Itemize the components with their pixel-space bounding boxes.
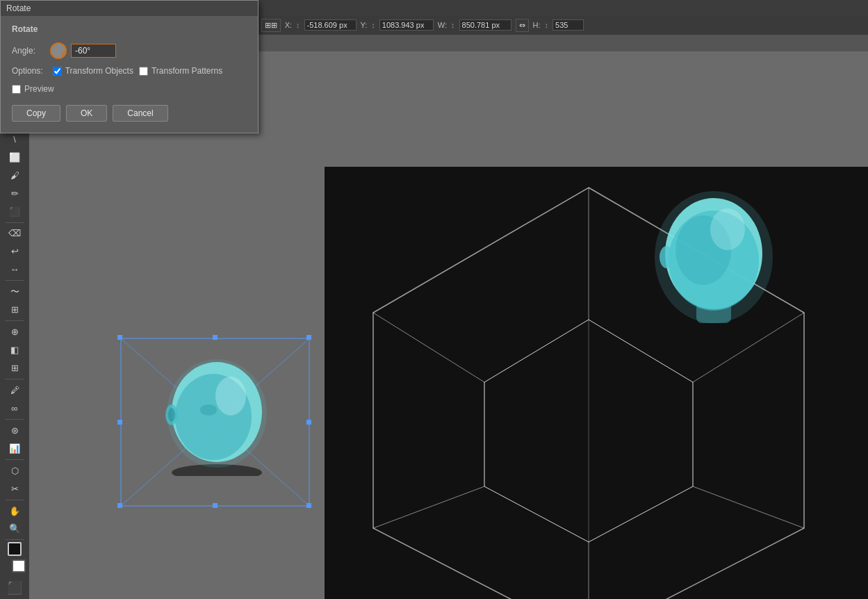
tool-separator-5 (5, 379, 24, 379)
preview-row: Preview (12, 84, 247, 94)
h-label: H: (533, 21, 541, 29)
transform-patterns-checkbox[interactable] (139, 67, 148, 76)
tool-separator-6 (5, 419, 24, 420)
svg-rect-30 (213, 503, 218, 508)
preview-label: Preview (24, 84, 54, 94)
tool-separator-9 (5, 539, 24, 540)
change-mode-btn[interactable]: ⬛ (6, 579, 24, 596)
ok-button[interactable]: OK (66, 105, 107, 122)
artboard-tool[interactable]: ⬡ (6, 462, 24, 479)
column-graph-tool[interactable]: 📊 (6, 440, 24, 457)
h-arrow: ↕ (545, 21, 549, 29)
gradient-tool[interactable]: ◧ (6, 341, 24, 359)
zoom-tool[interactable]: 🔍 (6, 520, 24, 538)
svg-point-21 (710, 208, 745, 250)
x-input[interactable] (304, 19, 357, 31)
canvas-svg (325, 167, 868, 599)
preview-checkbox[interactable] (12, 85, 21, 94)
eyedropper-tool[interactable]: 🖉 (6, 381, 24, 399)
rotate-dialog: Rotate Rotate Angle: Options: Transform … (0, 0, 259, 133)
svg-rect-26 (306, 335, 311, 340)
svg-line-4 (373, 313, 484, 382)
canvas-area (29, 51, 868, 599)
x-label: X: (285, 21, 292, 29)
angle-label: Angle: (12, 46, 50, 56)
svg-rect-19 (696, 302, 731, 323)
angle-input[interactable] (71, 44, 116, 58)
hand-tool[interactable]: ✋ (6, 502, 24, 520)
blend-tool[interactable]: ∞ (6, 400, 24, 417)
w-label: W: (438, 21, 447, 29)
canvas-black (325, 167, 868, 599)
transform-objects-label: Transform Objects (65, 66, 133, 76)
tool-separator-2 (5, 222, 24, 223)
mesh-tool[interactable]: ⊞ (6, 359, 24, 377)
grid-options-icon[interactable]: ⊞⊞ (261, 19, 281, 32)
selection-area (120, 337, 311, 507)
tool-separator-8 (5, 500, 24, 500)
fill-color[interactable] (8, 542, 22, 555)
transform-objects-option[interactable]: Transform Objects (53, 66, 133, 76)
y-label: Y: (361, 21, 368, 29)
transform-patterns-option[interactable]: Transform Patterns (139, 66, 222, 76)
svg-rect-29 (213, 335, 218, 340)
svg-point-40 (200, 404, 217, 416)
x-arrow: ↕ (296, 21, 300, 29)
h-input[interactable] (552, 19, 584, 31)
svg-point-18 (660, 246, 673, 268)
svg-line-13 (589, 486, 693, 542)
warp-tool[interactable]: 〜 (6, 283, 24, 300)
pencil-tool[interactable]: ✏ (6, 185, 24, 202)
tool-panel: ↖ ↗ ✒ T \ ⬜ 🖌 ✏ ⬛ ⌫ ↩ ↔ 〜 ⊞ ⊕ ◧ ⊞ 🖉 ∞ ⊛ … (0, 51, 29, 599)
svg-line-6 (693, 486, 804, 528)
svg-point-37 (215, 377, 246, 416)
transform-objects-checkbox[interactable] (53, 67, 62, 76)
stroke-color[interactable] (12, 559, 26, 573)
symbol-sprayer-tool[interactable]: ⊛ (6, 422, 24, 439)
eraser-tool[interactable]: ⌫ (6, 224, 24, 242)
paintbrush-tool[interactable]: 🖌 (6, 167, 24, 184)
tool-separator-3 (5, 280, 24, 281)
shape-builder-tool[interactable]: ⊕ (6, 323, 24, 340)
rotate-tool[interactable]: ↩ (6, 243, 24, 260)
dialog-title: Rotate (6, 3, 31, 13)
w-input[interactable] (459, 19, 511, 31)
copy-button[interactable]: Copy (12, 105, 60, 122)
blob-tool[interactable]: ⬛ (6, 203, 24, 220)
svg-rect-25 (117, 335, 122, 340)
free-transform-tool[interactable]: ⊞ (6, 301, 24, 318)
rect-tool[interactable]: ⬜ (6, 149, 24, 166)
svg-line-8 (589, 320, 693, 382)
w-arrow: ↕ (451, 21, 455, 29)
svg-rect-31 (117, 420, 122, 425)
cancel-button[interactable]: Cancel (113, 105, 167, 122)
preview-option[interactable]: Preview (12, 84, 54, 94)
slice-tool[interactable]: ✂ (6, 480, 24, 498)
link-icon[interactable]: ⇔ (516, 19, 529, 32)
svg-line-14 (484, 486, 589, 542)
svg-point-39 (168, 408, 175, 422)
dialog-group-label: Rotate (12, 24, 247, 34)
svg-rect-28 (306, 503, 311, 508)
y-input[interactable] (379, 19, 434, 31)
tool-separator-4 (5, 320, 24, 321)
small-head-svg (154, 351, 279, 476)
y-arrow: ↕ (371, 21, 375, 29)
options-label: Options: (12, 66, 43, 76)
dialog-buttons: Copy OK Cancel (12, 105, 247, 122)
tool-separator-7 (5, 459, 24, 460)
dialog-title-bar: Rotate (1, 1, 258, 16)
angle-dial[interactable] (50, 42, 67, 59)
svg-line-7 (373, 486, 484, 528)
svg-line-9 (484, 320, 589, 382)
transform-patterns-label: Transform Patterns (152, 66, 222, 76)
svg-rect-27 (117, 503, 122, 508)
svg-rect-32 (306, 420, 311, 425)
scale-tool[interactable]: ↔ (6, 261, 24, 278)
